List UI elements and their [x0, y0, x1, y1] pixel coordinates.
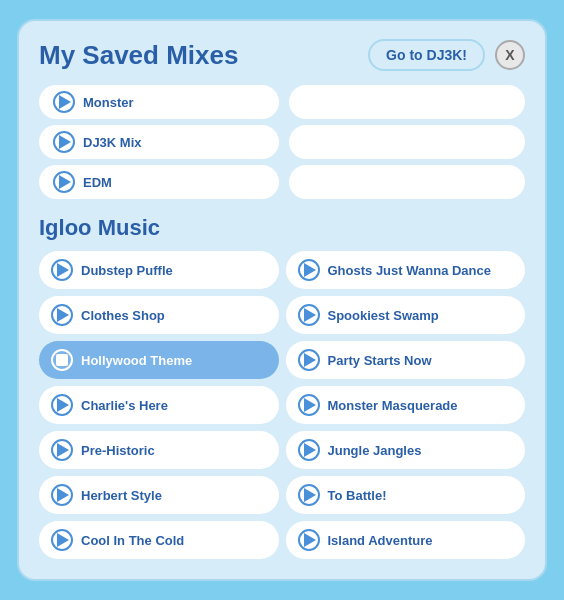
play-icon-circle [298, 349, 320, 371]
music-track-label: To Battle! [328, 488, 387, 503]
saved-mix-item[interactable]: EDM [39, 165, 279, 199]
saved-mixes-panel: My Saved Mixes Go to DJ3K! X MonsterDJ3K… [17, 19, 547, 581]
play-icon-circle [298, 394, 320, 416]
music-track-label: Hollywood Theme [81, 353, 192, 368]
saved-mix-row: DJ3K Mix [39, 125, 525, 159]
igloo-music-item[interactable]: Charlie's Here [39, 386, 279, 424]
play-icon-circle [51, 259, 73, 281]
music-track-label: Charlie's Here [81, 398, 168, 413]
music-track-label: Herbert Style [81, 488, 162, 503]
play-icon-circle [298, 259, 320, 281]
music-track-label: Monster Masquerade [328, 398, 458, 413]
play-icon-circle [298, 439, 320, 461]
play-triangle-icon [59, 95, 71, 109]
igloo-music-item[interactable]: Hollywood Theme [39, 341, 279, 379]
igloo-music-grid: Dubstep PuffleGhosts Just Wanna DanceClo… [39, 251, 525, 559]
play-triangle-icon [304, 398, 316, 412]
play-icon-circle [51, 439, 73, 461]
igloo-music-item[interactable]: To Battle! [286, 476, 526, 514]
igloo-music-item[interactable]: Island Adventure [286, 521, 526, 559]
play-triangle-icon [304, 488, 316, 502]
saved-mix-item[interactable]: Monster [39, 85, 279, 119]
panel-header: My Saved Mixes Go to DJ3K! X [39, 39, 525, 71]
music-track-label: Dubstep Puffle [81, 263, 173, 278]
play-icon-circle [51, 484, 73, 506]
music-track-label: Party Starts Now [328, 353, 432, 368]
dj3k-button[interactable]: Go to DJ3K! [368, 39, 485, 71]
close-button[interactable]: X [495, 40, 525, 70]
play-icon-circle [51, 529, 73, 551]
igloo-music-item[interactable]: Party Starts Now [286, 341, 526, 379]
igloo-section-title: Igloo Music [39, 215, 525, 241]
play-triangle-icon [59, 135, 71, 149]
play-triangle-icon [57, 398, 69, 412]
play-triangle-icon [57, 488, 69, 502]
panel-title: My Saved Mixes [39, 40, 238, 71]
igloo-music-item[interactable]: Monster Masquerade [286, 386, 526, 424]
igloo-music-item[interactable]: Pre-Historic [39, 431, 279, 469]
play-icon-circle [298, 304, 320, 326]
mix-label: EDM [83, 175, 112, 190]
music-track-label: Cool In The Cold [81, 533, 184, 548]
saved-mix-row: EDM [39, 165, 525, 199]
play-icon-circle [51, 304, 73, 326]
music-track-label: Jungle Jangles [328, 443, 422, 458]
play-icon-circle [298, 529, 320, 551]
play-triangle-icon [57, 443, 69, 457]
igloo-music-item[interactable]: Ghosts Just Wanna Dance [286, 251, 526, 289]
mix-progress-bar [289, 125, 525, 159]
play-icon-circle [53, 171, 75, 193]
music-track-label: Clothes Shop [81, 308, 165, 323]
play-icon-circle [298, 484, 320, 506]
igloo-music-item[interactable]: Cool In The Cold [39, 521, 279, 559]
igloo-music-item[interactable]: Spookiest Swamp [286, 296, 526, 334]
play-triangle-icon [57, 533, 69, 547]
saved-mixes-list: MonsterDJ3K MixEDM [39, 85, 525, 199]
play-triangle-icon [304, 308, 316, 322]
mix-label: Monster [83, 95, 134, 110]
header-actions: Go to DJ3K! X [368, 39, 525, 71]
play-icon-circle [51, 394, 73, 416]
music-track-label: Spookiest Swamp [328, 308, 439, 323]
play-triangle-icon [57, 263, 69, 277]
igloo-music-item[interactable]: Jungle Jangles [286, 431, 526, 469]
stop-square-icon [56, 354, 68, 366]
saved-mix-item[interactable]: DJ3K Mix [39, 125, 279, 159]
music-track-label: Pre-Historic [81, 443, 155, 458]
saved-mix-row: Monster [39, 85, 525, 119]
play-icon-circle [53, 91, 75, 113]
stop-icon-circle [51, 349, 73, 371]
play-triangle-icon [304, 263, 316, 277]
play-triangle-icon [57, 308, 69, 322]
play-triangle-icon [304, 443, 316, 457]
mix-progress-bar [289, 85, 525, 119]
igloo-music-item[interactable]: Dubstep Puffle [39, 251, 279, 289]
igloo-music-item[interactable]: Herbert Style [39, 476, 279, 514]
music-track-label: Island Adventure [328, 533, 433, 548]
play-icon-circle [53, 131, 75, 153]
igloo-music-item[interactable]: Clothes Shop [39, 296, 279, 334]
mix-progress-bar [289, 165, 525, 199]
mix-label: DJ3K Mix [83, 135, 142, 150]
music-track-label: Ghosts Just Wanna Dance [328, 263, 492, 278]
play-triangle-icon [304, 533, 316, 547]
play-triangle-icon [59, 175, 71, 189]
play-triangle-icon [304, 353, 316, 367]
